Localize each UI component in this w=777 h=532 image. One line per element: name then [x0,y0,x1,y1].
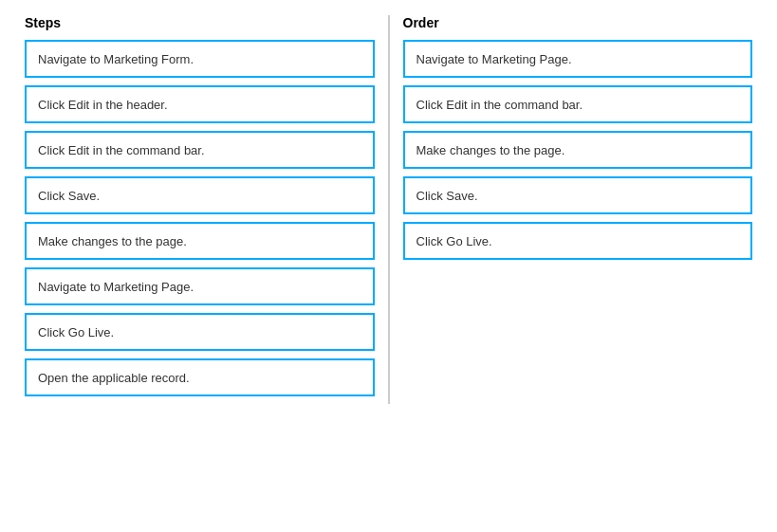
column-divider [388,15,390,404]
steps-column: Steps Navigate to Marketing Form.Click E… [15,15,384,404]
steps-header: Steps [25,15,375,30]
list-item[interactable]: Click Edit in the header. [25,85,375,123]
list-item[interactable]: Make changes to the page. [25,222,375,260]
list-item[interactable]: Click Save. [25,176,375,214]
list-item[interactable]: Open the applicable record. [25,358,375,396]
list-item[interactable]: Click Save. [403,176,753,214]
list-item[interactable]: Click Go Live. [25,313,375,351]
list-item[interactable]: Click Edit in the command bar. [403,85,753,123]
main-layout: Steps Navigate to Marketing Form.Click E… [15,15,762,404]
order-list: Navigate to Marketing Page.Click Edit in… [403,40,753,260]
list-item[interactable]: Click Go Live. [403,222,753,260]
order-header: Order [403,15,753,30]
list-item[interactable]: Click Edit in the command bar. [25,131,375,169]
order-column: Order Navigate to Marketing Page.Click E… [394,15,763,404]
list-item[interactable]: Navigate to Marketing Form. [25,40,375,78]
list-item[interactable]: Make changes to the page. [403,131,753,169]
list-item[interactable]: Navigate to Marketing Page. [25,267,375,305]
steps-list: Navigate to Marketing Form.Click Edit in… [25,40,375,396]
list-item[interactable]: Navigate to Marketing Page. [403,40,753,78]
